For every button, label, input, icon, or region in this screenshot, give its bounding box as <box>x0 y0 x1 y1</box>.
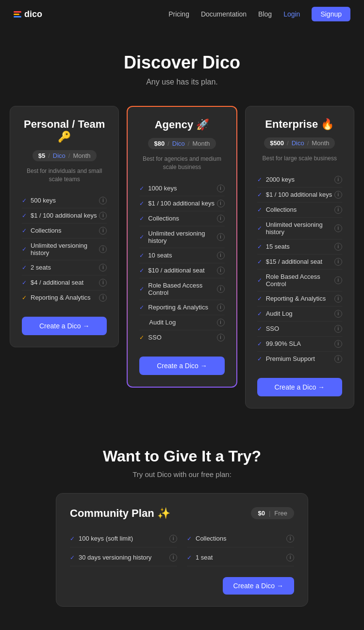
navbar: dico Pricing Documentation Blog Login Si… <box>0 0 364 28</box>
info-icon[interactable]: i <box>99 212 107 220</box>
info-icon[interactable]: i <box>217 285 225 293</box>
list-item: ✓2000 keys i <box>257 172 342 187</box>
info-icon[interactable]: i <box>334 355 342 363</box>
agency-title: Agency 🚀 <box>139 119 224 131</box>
enterprise-amount: $500 <box>270 139 284 147</box>
check-icon: ✓ <box>257 176 262 183</box>
info-icon[interactable]: i <box>217 215 225 222</box>
info-icon[interactable]: i <box>334 176 342 184</box>
feature-text: 1 seat <box>196 554 213 561</box>
feature-text: 99.90% SLA <box>266 340 301 347</box>
feature-text: 1000 keys <box>148 185 177 192</box>
check-icon: ✓ <box>22 197 27 204</box>
info-icon[interactable]: i <box>286 554 294 562</box>
agency-dico: Dico <box>172 140 185 147</box>
feature-text: $15 / additional seat <box>266 258 322 265</box>
agency-price: $80 / Dico / Month <box>139 138 224 149</box>
info-icon[interactable]: i <box>217 304 225 311</box>
enterprise-unit: Month <box>312 139 329 147</box>
nav-documentation[interactable]: Documentation <box>201 10 247 18</box>
nav-pricing[interactable]: Pricing <box>168 10 189 18</box>
list-item: ✓Collections i <box>257 203 342 218</box>
agency-cta-button[interactable]: Create a Dico → <box>139 357 224 375</box>
info-icon[interactable]: i <box>217 319 225 326</box>
info-icon[interactable]: i <box>334 258 342 266</box>
feature-text: 100 keys (soft limit) <box>79 535 133 542</box>
feature-text: SSO <box>266 325 279 332</box>
info-icon[interactable]: i <box>334 310 342 318</box>
info-icon[interactable]: i <box>169 554 177 562</box>
check-icon: ✓ <box>257 258 262 265</box>
check-icon: ✓ <box>257 325 262 332</box>
check-icon: ✓ <box>139 304 144 311</box>
info-icon[interactable]: i <box>169 535 177 543</box>
feature-text: Collections <box>266 206 297 213</box>
feature-text: $1 / 100 additional keys <box>31 212 97 219</box>
hero-title: Discover Dico <box>10 52 354 73</box>
info-icon[interactable]: i <box>334 295 342 303</box>
info-icon[interactable]: i <box>99 294 107 302</box>
list-item: ✓Unlimited versioning history i <box>257 218 342 239</box>
personal-description: Best for individuals and small scale tea… <box>22 167 107 184</box>
info-icon[interactable]: i <box>217 267 225 274</box>
feature-text: $10 / additional seat <box>148 267 204 274</box>
list-item: ✓Role Based Access Control i <box>257 270 342 291</box>
info-icon[interactable]: i <box>217 334 225 341</box>
check-icon: ✓ <box>22 264 27 271</box>
info-icon[interactable]: i <box>217 200 225 207</box>
list-item: ✓Role Based Access Control i <box>139 278 224 300</box>
check-icon: ✓ <box>139 185 144 192</box>
check-icon: ✓ <box>139 252 144 259</box>
info-icon[interactable]: i <box>217 233 225 241</box>
info-icon[interactable]: i <box>334 224 342 232</box>
list-item: ✓1000 keys i <box>139 181 224 196</box>
logo-text: dico <box>24 9 42 19</box>
community-btn-row: Create a Dico → <box>70 577 294 595</box>
info-icon[interactable]: i <box>334 191 342 199</box>
enterprise-dico: Dico <box>292 139 304 147</box>
check-icon: ✓ <box>257 295 262 302</box>
info-icon[interactable]: i <box>99 245 107 253</box>
hero-section: Discover Dico Any use has its plan. <box>0 28 364 106</box>
enterprise-price: $500 / Dico / Month <box>257 137 342 149</box>
info-icon[interactable]: i <box>334 206 342 214</box>
nav-signup-button[interactable]: Signup <box>312 7 350 21</box>
info-icon[interactable]: i <box>99 197 107 204</box>
community-plan-card: Community Plan ✨ $0 | Free ✓ 100 keys (s… <box>56 493 308 607</box>
check-icon: ✓ <box>70 535 75 542</box>
info-icon[interactable]: i <box>99 227 107 235</box>
enterprise-cta-button[interactable]: Create a Dico → <box>257 378 342 396</box>
nav-blog[interactable]: Blog <box>258 10 272 18</box>
list-item: ✓Unlimited versioning history i <box>139 226 224 248</box>
check-icon: ✓ <box>257 243 262 250</box>
info-icon[interactable]: i <box>217 185 225 192</box>
community-feature: ✓ Collections i <box>187 530 294 547</box>
info-icon[interactable]: i <box>217 252 225 259</box>
pricing-section: Personal / Team 🔑 $5 / Dico / Month Best… <box>0 106 364 438</box>
enterprise-card: Enterprise 🔥 $500 / Dico / Month Best fo… <box>245 106 354 409</box>
info-icon[interactable]: i <box>99 264 107 272</box>
list-item: ✓10 seats i <box>139 248 224 263</box>
agency-unit: Month <box>192 140 210 147</box>
info-icon[interactable]: i <box>334 243 342 251</box>
info-icon[interactable]: i <box>99 279 107 287</box>
info-icon[interactable]: i <box>334 276 342 284</box>
personal-cta-button[interactable]: Create a Dico → <box>22 317 107 335</box>
enterprise-price-tag: $500 / Dico / Month <box>264 137 335 149</box>
community-cta-button[interactable]: Create a Dico → <box>223 577 294 595</box>
check-icon: ✓ <box>22 212 27 219</box>
logo: dico <box>14 9 42 19</box>
nav-links: Pricing Documentation Blog Login Signup <box>168 7 350 21</box>
list-item: ✓Reporting & Analytics i <box>22 290 107 305</box>
info-icon[interactable]: i <box>334 325 342 333</box>
list-item: ✓SSO i <box>139 330 224 345</box>
feature-text: 10 seats <box>148 252 172 259</box>
info-icon[interactable]: i <box>334 340 342 348</box>
check-icon: ✓ <box>257 341 262 347</box>
check-icon: ✓ <box>257 225 262 232</box>
nav-login-link[interactable]: Login <box>283 10 300 18</box>
enterprise-title: Enterprise 🔥 <box>257 118 342 131</box>
personal-features: ✓500 keys i ✓$1 / 100 additional keys i … <box>22 193 107 305</box>
feature-text: Unlimited versioning history <box>148 230 216 244</box>
info-icon[interactable]: i <box>286 535 294 543</box>
